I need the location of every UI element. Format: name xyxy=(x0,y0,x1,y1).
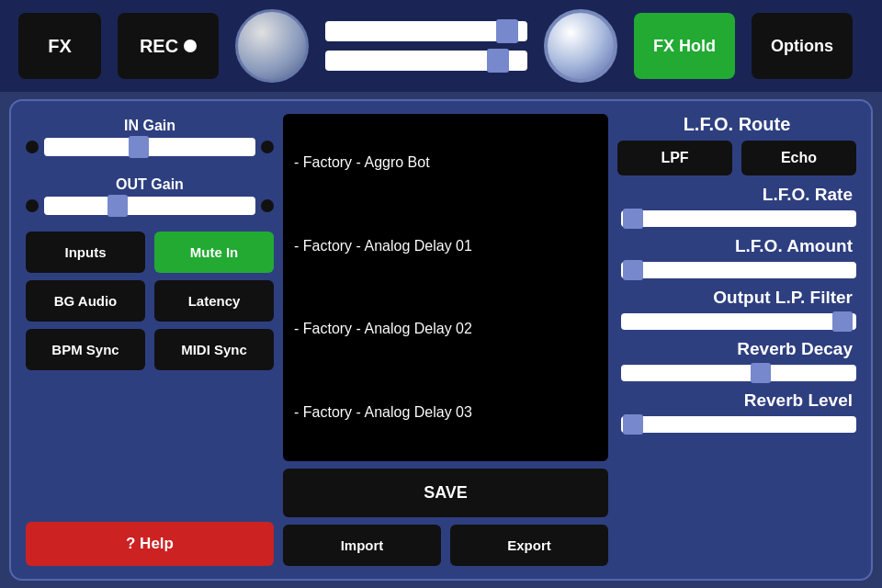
in-gain-slider[interactable] xyxy=(44,138,255,156)
echo-button[interactable]: Echo xyxy=(741,141,856,175)
lfo-amount-slider-row xyxy=(617,262,856,278)
out-gain-label: OUT Gain xyxy=(26,176,274,193)
reverb-decay-slider-row xyxy=(617,365,856,381)
top-slider-2-thumb[interactable] xyxy=(487,49,509,73)
inputs-mutein-row: Inputs Mute In xyxy=(26,232,274,273)
out-gain-dot-right xyxy=(261,199,274,212)
top-bar: FX REC FX Hold Options xyxy=(0,0,882,92)
lfo-amount-thumb[interactable] xyxy=(623,260,643,280)
bpm-sync-button[interactable]: BPM Sync xyxy=(26,329,145,370)
top-slider-1[interactable] xyxy=(325,21,527,41)
knob-medium-right[interactable] xyxy=(544,9,617,83)
preset-item-2[interactable]: - Factory - Analog Delay 02 xyxy=(294,317,597,341)
out-gain-row xyxy=(26,197,274,215)
bpmsync-midisync-row: BPM Sync MIDI Sync xyxy=(26,329,274,370)
in-gain-section: IN Gain xyxy=(26,114,274,165)
lfo-amount-label: L.F.O. Amount xyxy=(617,236,856,256)
rec-label: REC xyxy=(140,36,178,57)
reverb-decay-thumb[interactable] xyxy=(751,363,771,383)
import-export-row: Import Export xyxy=(283,525,608,566)
lfo-route-buttons: LPF Echo xyxy=(617,141,856,175)
options-button[interactable]: Options xyxy=(752,13,853,79)
in-gain-dot-right xyxy=(261,141,274,153)
lfo-rate-slider-row xyxy=(617,210,856,227)
lpf-button[interactable]: LPF xyxy=(617,141,732,175)
reverb-level-thumb[interactable] xyxy=(623,414,643,435)
top-sliders xyxy=(325,21,527,71)
main-panel: IN Gain OUT Gain Inputs Mute In xyxy=(9,99,873,581)
output-lp-filter-label: Output L.P. Filter xyxy=(617,288,856,308)
lfo-amount-slider[interactable] xyxy=(621,262,856,278)
save-button[interactable]: SAVE xyxy=(283,469,608,517)
fx-hold-button[interactable]: FX Hold xyxy=(634,13,735,79)
right-column: L.F.O. Route LPF Echo L.F.O. Rate L.F.O.… xyxy=(617,114,856,566)
top-slider-1-thumb[interactable] xyxy=(496,19,518,43)
midi-sync-button[interactable]: MIDI Sync xyxy=(154,329,274,370)
latency-button[interactable]: Latency xyxy=(154,280,274,322)
reverb-level-slider-row xyxy=(617,416,856,433)
in-gain-dot-left xyxy=(26,141,39,153)
rec-button[interactable]: REC xyxy=(118,13,219,79)
help-button[interactable]: ? Help xyxy=(26,522,274,566)
rec-dot-icon xyxy=(184,40,197,52)
export-button[interactable]: Export xyxy=(450,525,608,566)
out-gain-slider[interactable] xyxy=(44,197,255,215)
reverb-level-label: Reverb Level xyxy=(617,390,856,411)
import-button[interactable]: Import xyxy=(283,525,441,566)
inputs-button[interactable]: Inputs xyxy=(26,232,145,273)
top-slider-2[interactable] xyxy=(325,51,527,71)
out-gain-thumb[interactable] xyxy=(107,195,128,217)
lfo-rate-thumb[interactable] xyxy=(623,209,643,229)
bg-audio-button[interactable]: BG Audio xyxy=(26,280,145,322)
mid-actions: SAVE Import Export xyxy=(283,469,608,566)
middle-column: - Factory - Aggro Bot - Factory - Analog… xyxy=(283,114,608,566)
in-gain-row xyxy=(26,138,274,156)
lfo-route-label: L.F.O. Route xyxy=(617,114,856,135)
preset-item-3[interactable]: - Factory - Analog Delay 03 xyxy=(294,401,597,424)
mute-in-button[interactable]: Mute In xyxy=(154,232,274,273)
fx-button[interactable]: FX xyxy=(18,13,101,79)
preset-item-0[interactable]: - Factory - Aggro Bot xyxy=(294,151,597,175)
left-column: IN Gain OUT Gain Inputs Mute In xyxy=(26,114,274,566)
out-gain-dot-left xyxy=(26,199,39,212)
output-lp-filter-slider-row xyxy=(617,313,856,330)
reverb-decay-label: Reverb Decay xyxy=(617,339,856,359)
in-gain-label: IN Gain xyxy=(26,118,274,134)
knob-large-left[interactable] xyxy=(235,9,309,83)
preset-list: - Factory - Aggro Bot - Factory - Analog… xyxy=(283,114,608,461)
bgaudio-latency-row: BG Audio Latency xyxy=(26,280,274,322)
reverb-level-slider[interactable] xyxy=(621,416,856,433)
reverb-decay-slider[interactable] xyxy=(621,365,856,381)
in-gain-thumb[interactable] xyxy=(129,136,149,158)
output-lp-filter-thumb[interactable] xyxy=(832,311,853,332)
output-lp-filter-slider[interactable] xyxy=(621,313,856,330)
preset-item-1[interactable]: - Factory - Analog Delay 01 xyxy=(294,234,597,258)
out-gain-section: OUT Gain xyxy=(26,173,274,224)
help-row: ? Help xyxy=(26,522,274,566)
lfo-rate-slider[interactable] xyxy=(621,210,856,227)
lfo-rate-label: L.F.O. Rate xyxy=(617,185,856,205)
